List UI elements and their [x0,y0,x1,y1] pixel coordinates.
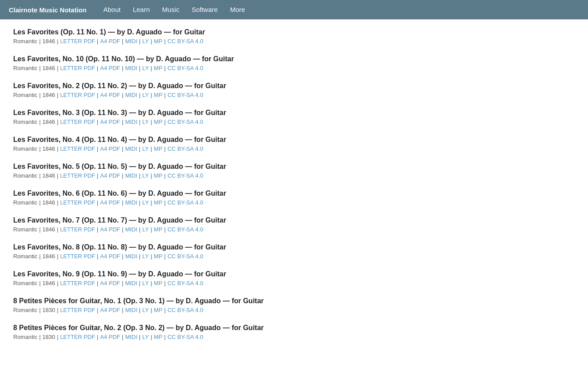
entry-link-mp[interactable]: MP [154,38,163,45]
entry-link-a4-pdf[interactable]: A4 PDF [100,145,120,152]
entry-link-a4-pdf[interactable]: A4 PDF [100,119,120,125]
entry-title: Les Favorites, No. 3 (Op. 11 No. 3) — by… [13,109,575,117]
entry-link-cc-by-sa-4.0[interactable]: CC BY-SA 4.0 [167,65,203,71]
site-brand[interactable]: Clairnote Music Notation [9,6,93,14]
entry-link-a4-pdf[interactable]: A4 PDF [100,92,120,98]
entry-link-letter-pdf[interactable]: LETTER PDF [60,253,95,260]
entry-link-mp[interactable]: MP [154,199,163,206]
entry-link-cc-by-sa-4.0[interactable]: CC BY-SA 4.0 [167,307,203,313]
entry-link-ly[interactable]: LY [142,65,149,71]
entry-link-ly[interactable]: LY [142,38,149,45]
entry-link-mp[interactable]: MP [154,307,163,313]
entry-link-mp[interactable]: MP [154,334,163,340]
entry-link-ly[interactable]: LY [142,253,149,260]
entry-meta: Romantic | 1830 | LETTER PDF | A4 PDF | … [13,307,575,313]
entry-link-letter-pdf[interactable]: LETTER PDF [60,226,95,233]
entry-link-ly[interactable]: LY [142,280,149,286]
entry-link-ly[interactable]: LY [142,145,149,152]
separator: | [57,119,58,125]
pipe-separator: | [139,92,140,98]
entry-link-ly[interactable]: LY [142,92,149,98]
entry-period: Romantic [13,92,37,98]
entry-link-mp[interactable]: MP [154,119,163,125]
entry-link-cc-by-sa-4.0[interactable]: CC BY-SA 4.0 [167,334,203,340]
entry-meta: Romantic | 1846 | LETTER PDF | A4 PDF | … [13,38,575,45]
entry-link-cc-by-sa-4.0[interactable]: CC BY-SA 4.0 [167,145,203,152]
entry-link-a4-pdf[interactable]: A4 PDF [100,38,120,45]
entry-link-ly[interactable]: LY [142,334,149,340]
entry-link-cc-by-sa-4.0[interactable]: CC BY-SA 4.0 [167,92,203,98]
entry-link-letter-pdf[interactable]: LETTER PDF [60,199,95,206]
entry-link-letter-pdf[interactable]: LETTER PDF [60,307,95,313]
entry-link-midi[interactable]: MIDI [125,65,137,71]
entry-link-a4-pdf[interactable]: A4 PDF [100,280,120,286]
entry-link-midi[interactable]: MIDI [125,92,137,98]
entry-link-a4-pdf[interactable]: A4 PDF [100,65,120,71]
entry-link-cc-by-sa-4.0[interactable]: CC BY-SA 4.0 [167,280,203,286]
entry-link-a4-pdf[interactable]: A4 PDF [100,172,120,179]
nav-item-software[interactable]: Software [185,0,224,19]
entry-link-a4-pdf[interactable]: A4 PDF [100,307,120,313]
entry-link-midi[interactable]: MIDI [125,38,137,45]
entry-year: 1846 [42,145,55,152]
entry-link-midi[interactable]: MIDI [125,253,137,260]
entry-link-midi[interactable]: MIDI [125,199,137,206]
nav-item-learn[interactable]: Learn [127,0,156,19]
entry-link-midi[interactable]: MIDI [125,307,137,313]
separator: | [39,65,40,71]
music-entry: 8 Petites Pièces for Guitar, No. 1 (Op. … [13,297,575,313]
pipe-separator: | [97,280,98,286]
entry-link-a4-pdf[interactable]: A4 PDF [100,226,120,233]
entry-meta: Romantic | 1846 | LETTER PDF | A4 PDF | … [13,145,575,152]
separator: | [57,145,58,152]
entry-meta: Romantic | 1846 | LETTER PDF | A4 PDF | … [13,172,575,179]
entry-link-letter-pdf[interactable]: LETTER PDF [60,280,95,286]
entry-link-mp[interactable]: MP [154,92,163,98]
entry-link-midi[interactable]: MIDI [125,119,137,125]
entry-link-ly[interactable]: LY [142,307,149,313]
entry-link-letter-pdf[interactable]: LETTER PDF [60,65,95,71]
entry-link-ly[interactable]: LY [142,226,149,233]
entry-link-a4-pdf[interactable]: A4 PDF [100,199,120,206]
separator: | [39,199,40,206]
entry-link-midi[interactable]: MIDI [125,145,137,152]
entry-link-cc-by-sa-4.0[interactable]: CC BY-SA 4.0 [167,253,203,260]
entry-link-mp[interactable]: MP [154,226,163,233]
entry-link-midi[interactable]: MIDI [125,334,137,340]
entry-title: 8 Petites Pièces for Guitar, No. 2 (Op. … [13,324,575,332]
entry-link-cc-by-sa-4.0[interactable]: CC BY-SA 4.0 [167,38,203,45]
pipe-separator: | [97,92,98,98]
entry-link-cc-by-sa-4.0[interactable]: CC BY-SA 4.0 [167,199,203,206]
entry-year: 1846 [42,199,55,206]
entry-link-ly[interactable]: LY [142,172,149,179]
entry-link-cc-by-sa-4.0[interactable]: CC BY-SA 4.0 [167,119,203,125]
entry-title: Les Favorites, No. 9 (Op. 11 No. 9) — by… [13,270,575,278]
entry-link-letter-pdf[interactable]: LETTER PDF [60,334,95,340]
pipe-separator: | [139,253,140,260]
entry-period: Romantic [13,172,37,179]
entry-link-midi[interactable]: MIDI [125,226,137,233]
entry-link-letter-pdf[interactable]: LETTER PDF [60,38,95,45]
entry-link-mp[interactable]: MP [154,65,163,71]
entry-link-cc-by-sa-4.0[interactable]: CC BY-SA 4.0 [167,172,203,179]
nav-item-about[interactable]: About [97,0,127,19]
entry-year: 1846 [42,280,55,286]
entry-link-cc-by-sa-4.0[interactable]: CC BY-SA 4.0 [167,226,203,233]
nav-item-music[interactable]: Music [156,0,185,19]
pipe-separator: | [139,226,140,233]
entry-link-letter-pdf[interactable]: LETTER PDF [60,145,95,152]
entry-link-ly[interactable]: LY [142,119,149,125]
entry-link-mp[interactable]: MP [154,253,163,260]
nav-item-more[interactable]: More [224,0,251,19]
entry-link-mp[interactable]: MP [154,172,163,179]
entry-link-a4-pdf[interactable]: A4 PDF [100,253,120,260]
entry-link-mp[interactable]: MP [154,280,163,286]
entry-link-ly[interactable]: LY [142,199,149,206]
entry-link-a4-pdf[interactable]: A4 PDF [100,334,120,340]
entry-link-letter-pdf[interactable]: LETTER PDF [60,119,95,125]
entry-link-mp[interactable]: MP [154,145,163,152]
entry-link-midi[interactable]: MIDI [125,172,137,179]
entry-link-letter-pdf[interactable]: LETTER PDF [60,92,95,98]
entry-link-midi[interactable]: MIDI [125,280,137,286]
entry-link-letter-pdf[interactable]: LETTER PDF [60,172,95,179]
